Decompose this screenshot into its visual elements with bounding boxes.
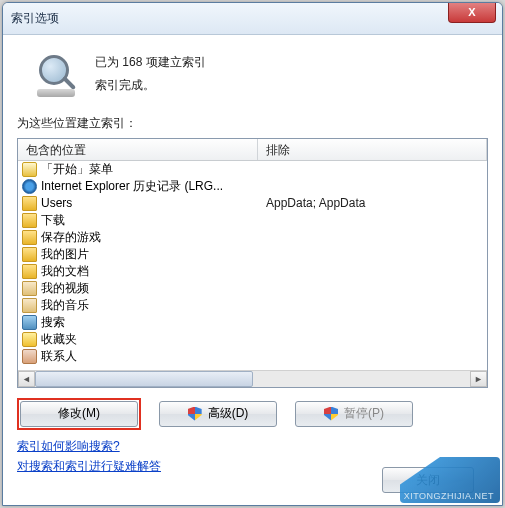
status-text: 已为 168 项建立索引 索引完成。	[95, 51, 206, 97]
status-row: 已为 168 项建立索引 索引完成。	[35, 51, 488, 97]
folder-icon	[22, 247, 37, 262]
list-item[interactable]: 搜索	[18, 314, 487, 331]
list-item[interactable]: 我的视频	[18, 280, 487, 297]
list-item-label: 下载	[41, 212, 65, 229]
pause-button-label: 暂停(P)	[344, 405, 384, 422]
list-item-label: 「开始」菜单	[41, 161, 113, 178]
list-item[interactable]: 我的音乐	[18, 297, 487, 314]
list-item[interactable]: 保存的游戏	[18, 229, 487, 246]
status-line-1: 已为 168 项建立索引	[95, 51, 206, 74]
buttons-row: 修改(M) 高级(D) 暂停(P)	[17, 398, 488, 430]
scroll-thumb[interactable]	[35, 371, 253, 387]
list-item-label: 联系人	[41, 348, 77, 365]
list-item-label: 保存的游戏	[41, 229, 101, 246]
list-item[interactable]: 我的文档	[18, 263, 487, 280]
folder-icon	[22, 264, 37, 279]
close-dialog-button[interactable]: 关闭	[382, 467, 474, 493]
folder-icon	[22, 196, 37, 211]
folder-icon	[22, 230, 37, 245]
highlight-frame: 修改(M)	[17, 398, 141, 430]
list-item[interactable]: 「开始」菜单	[18, 161, 487, 178]
ie-icon	[22, 179, 37, 194]
shield-icon	[188, 407, 202, 421]
list-item-label: 我的文档	[41, 263, 89, 280]
list-item-label: 搜索	[41, 314, 65, 331]
status-line-2: 索引完成。	[95, 74, 206, 97]
scroll-left-arrow[interactable]: ◄	[18, 371, 35, 387]
list-item[interactable]: 联系人	[18, 348, 487, 365]
column-header-included[interactable]: 包含的位置	[18, 139, 258, 160]
list-item-label: 我的音乐	[41, 297, 89, 314]
horizontal-scrollbar[interactable]: ◄ ►	[18, 370, 487, 387]
section-label: 为这些位置建立索引：	[17, 115, 488, 132]
music-icon	[22, 298, 37, 313]
list-item[interactable]: 我的图片	[18, 246, 487, 263]
list-item[interactable]: Internet Explorer 历史记录 (LRG...	[18, 178, 487, 195]
fav-icon	[22, 332, 37, 347]
list-item[interactable]: 下载	[18, 212, 487, 229]
video-icon	[22, 281, 37, 296]
titlebar: 索引选项 X	[3, 3, 502, 35]
content-area: 已为 168 项建立索引 索引完成。 为这些位置建立索引： 包含的位置 排除 「…	[3, 35, 502, 486]
folder-icon	[22, 213, 37, 228]
pause-button: 暂停(P)	[295, 401, 413, 427]
list-item-label: Users	[41, 196, 72, 210]
window-title: 索引选项	[11, 10, 59, 27]
advanced-button-label: 高级(D)	[208, 405, 249, 422]
close-button[interactable]: X	[448, 3, 496, 23]
window: 索引选项 X 已为 168 项建立索引 索引完成。 为这些位置建立索引： 包含的…	[2, 2, 503, 506]
list-body[interactable]: 「开始」菜单Internet Explorer 历史记录 (LRG...User…	[18, 161, 487, 371]
list-item[interactable]: 收藏夹	[18, 331, 487, 348]
list-item-label: 我的视频	[41, 280, 89, 297]
advanced-button[interactable]: 高级(D)	[159, 401, 277, 427]
search-icon	[22, 315, 37, 330]
column-header-exclude[interactable]: 排除	[258, 139, 487, 160]
list-item-label: 我的图片	[41, 246, 89, 263]
list-item[interactable]: UsersAppData; AppData	[18, 195, 487, 212]
list-item-label: 收藏夹	[41, 331, 77, 348]
list-header: 包含的位置 排除	[18, 139, 487, 161]
modify-button-label: 修改(M)	[58, 405, 100, 422]
star-icon	[22, 162, 37, 177]
locations-listbox: 包含的位置 排除 「开始」菜单Internet Explorer 历史记录 (L…	[17, 138, 488, 388]
magnifier-icon	[35, 55, 81, 95]
shield-icon	[324, 407, 338, 421]
list-item-label: Internet Explorer 历史记录 (LRG...	[41, 178, 223, 195]
list-item-exclude: AppData; AppData	[258, 196, 487, 210]
contact-icon	[22, 349, 37, 364]
link-how-index-affects-search[interactable]: 索引如何影响搜索?	[17, 436, 488, 456]
scroll-track[interactable]	[35, 371, 470, 387]
scroll-right-arrow[interactable]: ►	[470, 371, 487, 387]
modify-button[interactable]: 修改(M)	[20, 401, 138, 427]
